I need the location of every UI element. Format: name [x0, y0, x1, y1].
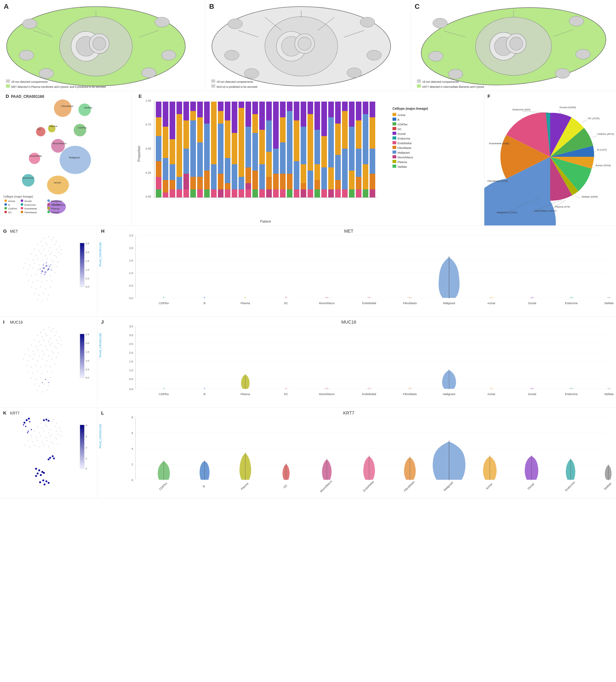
svg-rect-250 — [349, 170, 355, 189]
svg-point-652 — [42, 479, 44, 481]
svg-point-108 — [47, 211, 50, 213]
svg-point-492 — [51, 350, 52, 352]
svg-point-405 — [44, 274, 45, 275]
row-abc: A — [0, 0, 616, 91]
svg-text:Stellate: Stellate — [603, 482, 612, 491]
svg-rect-169 — [225, 120, 230, 158]
svg-point-90 — [4, 207, 7, 209]
svg-text:KRT7: KRT7 — [10, 411, 20, 415]
svg-point-331 — [54, 244, 55, 245]
svg-text:Malignant: Malignant — [51, 200, 62, 203]
svg-rect-221 — [301, 189, 306, 198]
svg-point-599 — [42, 427, 43, 429]
svg-point-626 — [61, 435, 62, 436]
svg-point-348 — [28, 258, 29, 259]
svg-rect-252 — [356, 101, 362, 120]
svg-text:B: B — [203, 302, 205, 305]
svg-point-621 — [37, 440, 38, 441]
svg-point-596 — [45, 424, 46, 426]
svg-point-536 — [45, 379, 46, 380]
svg-text:Fibroblasts: Fibroblasts — [397, 146, 412, 150]
svg-line-308 — [582, 120, 587, 122]
svg-rect-255 — [356, 177, 362, 189]
svg-rect-130 — [163, 180, 168, 192]
svg-rect-243 — [335, 189, 341, 198]
svg-rect-292 — [392, 165, 396, 168]
svg-point-354 — [56, 256, 57, 258]
svg-text:2: 2 — [131, 463, 133, 466]
svg-rect-142 — [183, 120, 189, 149]
svg-rect-165 — [218, 123, 224, 174]
svg-point-635 — [35, 468, 37, 470]
svg-rect-232 — [321, 136, 327, 167]
svg-rect-128 — [163, 127, 168, 158]
svg-rect-190 — [252, 189, 258, 198]
svg-rect-215 — [294, 161, 299, 189]
cell-svg-a: All non detected compartments MET detect… — [0, 0, 205, 91]
svg-rect-258 — [363, 114, 368, 164]
svg-text:DC: DC — [284, 392, 288, 396]
svg-text:1.5: 1.5 — [86, 350, 89, 354]
svg-point-659 — [28, 418, 30, 419]
umap-d-svg: D PAAD_CRA001160 Fibroblasts Stellate DC — [0, 91, 132, 225]
svg-point-357 — [29, 264, 30, 266]
svg-text:CD8Tex: CD8Tex — [78, 127, 87, 129]
svg-point-593 — [48, 418, 49, 419]
svg-point-321 — [43, 238, 45, 239]
svg-rect-194 — [259, 189, 265, 198]
svg-point-403 — [43, 264, 44, 266]
pie-chart-f: F — [484, 91, 616, 225]
svg-text:Mono/Macro: Mono/Macro — [397, 156, 413, 159]
svg-text:Acinar (2018): Acinar (2018) — [596, 164, 611, 167]
svg-text:Endothelial: Endothelial — [362, 302, 376, 305]
svg-text:1.0: 1.0 — [129, 369, 133, 372]
svg-text:1.0: 1.0 — [129, 272, 133, 275]
svg-point-650 — [31, 429, 32, 430]
svg-text:Plasma: Plasma — [241, 302, 250, 305]
svg-point-488 — [32, 350, 33, 352]
svg-point-603 — [56, 423, 57, 424]
svg-point-622 — [42, 441, 43, 443]
svg-point-383 — [46, 280, 48, 281]
svg-point-637 — [41, 471, 43, 473]
svg-text:2.5: 2.5 — [86, 333, 89, 336]
umap-g-svg: G MET — [0, 226, 97, 316]
svg-point-511 — [26, 365, 27, 366]
svg-point-400 — [41, 270, 43, 272]
svg-rect-192 — [259, 130, 265, 164]
svg-point-342 — [40, 253, 41, 255]
svg-text:All non detected compartments: All non detected compartments — [422, 80, 459, 84]
main-layout: A — [0, 0, 616, 682]
svg-rect-209 — [287, 101, 293, 111]
svg-point-385 — [31, 286, 32, 288]
svg-point-471 — [56, 332, 57, 333]
svg-point-461 — [48, 327, 49, 328]
svg-point-602 — [54, 426, 55, 427]
svg-text:Plasma: Plasma — [397, 161, 407, 164]
svg-point-65 — [78, 104, 91, 116]
svg-rect-179 — [238, 177, 244, 189]
svg-point-623 — [46, 440, 48, 441]
svg-point-347 — [61, 249, 62, 250]
svg-rect-151 — [197, 101, 203, 117]
svg-rect-173 — [232, 101, 237, 133]
svg-text:Fibroblasts: Fibroblasts — [403, 392, 417, 396]
svg-text:Endothelial: Endothelial — [24, 207, 37, 210]
svg-rect-235 — [328, 101, 334, 117]
svg-point-644 — [48, 420, 49, 422]
svg-point-332 — [56, 241, 57, 242]
svg-rect-225 — [307, 189, 313, 198]
svg-text:Endocrine: Endocrine — [397, 137, 410, 140]
svg-rect-251 — [349, 189, 355, 198]
svg-point-640 — [35, 475, 37, 477]
svg-text:H: H — [101, 228, 105, 234]
svg-rect-150 — [190, 189, 196, 198]
svg-rect-180 — [238, 189, 244, 198]
svg-rect-219 — [301, 164, 306, 183]
svg-text:2.5: 2.5 — [86, 242, 89, 245]
svg-line-310 — [594, 152, 596, 152]
svg-text:Fibroblasts: Fibroblasts — [403, 480, 415, 492]
svg-point-505 — [32, 358, 33, 360]
svg-point-601 — [49, 429, 51, 430]
svg-point-631 — [43, 445, 45, 446]
